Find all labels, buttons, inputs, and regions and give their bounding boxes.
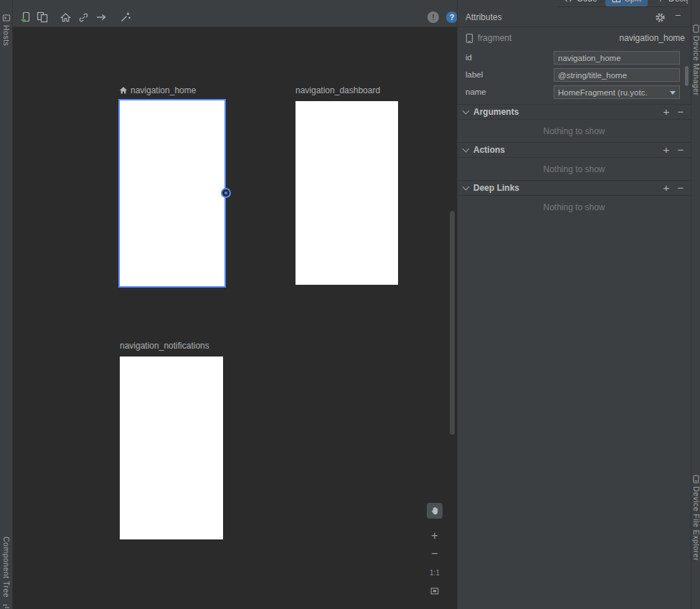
pan-button[interactable]: [427, 503, 443, 519]
panel-title: Attributes: [465, 12, 502, 22]
fragment-name: navigation_notifications: [120, 341, 209, 351]
fragment-name: navigation_home: [131, 85, 196, 95]
home-icon: [60, 12, 71, 23]
remove-action-button[interactable]: −: [675, 143, 686, 156]
gear-icon: [655, 12, 666, 23]
fragment-label-navigation-home[interactable]: navigation_home: [119, 85, 196, 96]
hide-panel-button[interactable]: −: [672, 9, 684, 24]
deep-link-button[interactable]: [75, 9, 91, 25]
section-title: Deep Links: [473, 183, 519, 193]
chevron-down-icon: [463, 145, 470, 152]
navigation-editor-window: ! ? navigation_home navigation_dashboard…: [0, 0, 700, 609]
split-icon: [612, 0, 621, 4]
fragment-preview-navigation-home[interactable]: [118, 99, 226, 288]
sidebar-item-device-manager[interactable]: Device Manager: [692, 36, 700, 95]
name-dropdown[interactable]: HomeFragment (ru.yotc.: [554, 85, 680, 99]
component-type-label: fragment: [478, 33, 511, 43]
tool-window-stripe-left: Hosts Component Tree: [0, 0, 13, 609]
fragment-preview-navigation-notifications[interactable]: [120, 357, 223, 539]
issue-indicator[interactable]: !: [427, 11, 439, 23]
add-action-button[interactable]: +: [661, 143, 672, 156]
zoom-out-button[interactable]: −: [427, 546, 443, 562]
code-icon: [564, 0, 573, 4]
selected-component-row: fragment navigation_home: [465, 32, 685, 44]
sidebar-item-component-tree[interactable]: Component Tree: [2, 537, 11, 598]
zoom-to-fit-icon: [430, 586, 440, 596]
auto-arrange-button[interactable]: [118, 9, 133, 25]
action-connector-handle[interactable]: [221, 188, 231, 198]
attributes-scrollbar-thumb[interactable]: [685, 66, 689, 86]
remove-deep-link-button[interactable]: −: [675, 181, 686, 194]
sidebar-item-hosts[interactable]: Hosts: [2, 25, 11, 46]
new-destination-button[interactable]: [18, 9, 34, 25]
device-manager-icon: [693, 24, 699, 33]
id-field-label: id: [465, 53, 472, 62]
name-field-label: name: [465, 88, 486, 96]
tab-label: Design: [668, 0, 688, 4]
attributes-panel: Code Split Design: [457, 0, 691, 609]
fragment-name: navigation_dashboard: [295, 85, 380, 95]
component-tree-icon: [2, 603, 11, 609]
add-deep-link-button[interactable]: +: [661, 181, 672, 194]
arguments-section-header[interactable]: Arguments + −: [458, 104, 691, 120]
zoom-level-label: 1:1: [427, 567, 443, 577]
nested-graph-icon: [37, 11, 48, 23]
arguments-empty-message: Nothing to show: [458, 126, 691, 136]
actions-section-header[interactable]: Actions + −: [458, 142, 691, 158]
canvas-vertical-scrollbar[interactable]: [450, 211, 455, 435]
section-title: Arguments: [473, 107, 519, 117]
design-icon: [656, 0, 665, 4]
settings-gear-button[interactable]: [655, 12, 666, 24]
new-destination-icon: [20, 11, 32, 23]
zoom-in-button[interactable]: +: [427, 528, 443, 544]
deep-links-section-header[interactable]: Deep Links + −: [458, 180, 691, 196]
add-action-button[interactable]: [93, 9, 109, 25]
tab-design[interactable]: Design: [649, 0, 688, 6]
hand-icon: [430, 506, 440, 516]
editor-mode-tabs: Code Split Design: [557, 0, 688, 7]
component-id-value: navigation_home: [620, 33, 685, 43]
zoom-level-value: 1:1: [430, 569, 440, 577]
tab-code[interactable]: Code: [557, 0, 604, 6]
add-argument-button[interactable]: +: [661, 105, 672, 118]
start-destination-home-icon: [119, 86, 128, 95]
tab-label: Code: [577, 0, 597, 4]
actions-empty-message: Nothing to show: [458, 164, 691, 174]
minus-icon: −: [431, 547, 438, 560]
nested-graph-button[interactable]: [34, 9, 50, 25]
remove-argument-button[interactable]: −: [675, 105, 686, 118]
link-icon: [78, 12, 89, 23]
fragment-preview-navigation-dashboard[interactable]: [295, 101, 398, 285]
chevron-down-icon: [670, 91, 676, 95]
deep-links-empty-message: Nothing to show: [458, 202, 691, 212]
label-input[interactable]: [554, 68, 680, 82]
tab-label: Split: [625, 0, 641, 4]
sidebar-item-device-file-explorer[interactable]: Device File Explorer: [692, 486, 700, 561]
fragment-label-navigation-notifications[interactable]: navigation_notifications: [120, 340, 209, 351]
device-file-explorer-icon: [693, 475, 699, 483]
help-button[interactable]: ?: [446, 11, 458, 23]
label-field-label: label: [465, 70, 483, 79]
magic-wand-icon: [120, 11, 131, 23]
chevron-down-icon: [463, 107, 470, 114]
start-destination-button[interactable]: [57, 9, 73, 25]
attributes-panel-header: Attributes −: [458, 7, 691, 27]
help-icon: ?: [450, 13, 455, 22]
zoom-to-fit-button[interactable]: [427, 583, 443, 599]
issue-indicator-glyph: !: [432, 13, 435, 22]
tab-split[interactable]: Split: [605, 0, 648, 6]
name-dropdown-value: HomeFragment (ru.yotc.: [558, 88, 648, 97]
chevron-down-icon: [463, 183, 470, 190]
fragment-label-navigation-dashboard[interactable]: navigation_dashboard: [295, 85, 380, 96]
section-title: Actions: [473, 145, 505, 155]
plus-icon: +: [431, 529, 438, 542]
tool-window-stripe-right: Device Manager Device File Explorer: [691, 0, 700, 609]
action-arrow-icon: [95, 11, 107, 23]
minimize-icon: −: [675, 9, 681, 21]
hosts-icon: [2, 14, 11, 22]
fragment-icon: [465, 33, 473, 44]
id-input[interactable]: [554, 51, 680, 65]
